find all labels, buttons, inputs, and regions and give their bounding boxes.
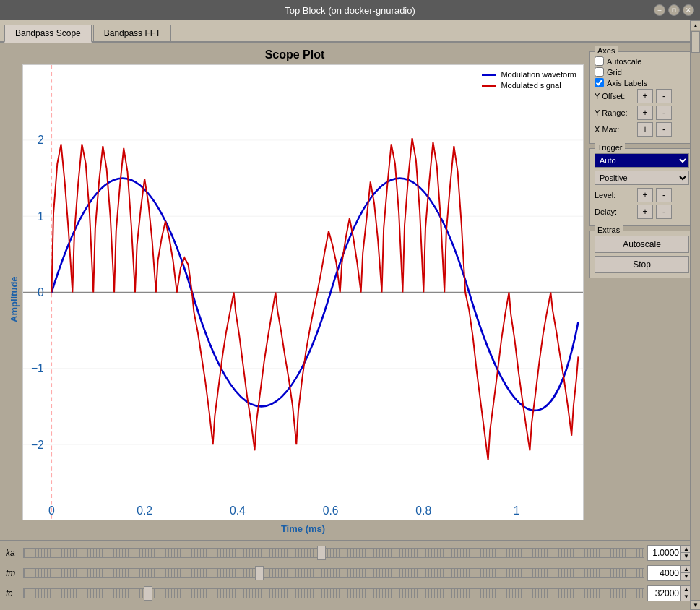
svg-text:0: 0	[48, 504, 55, 517]
scrollbar-right: ▲ ▼	[690, 20, 700, 610]
sliders-area: ka ▲ ▼ fm	[0, 540, 700, 610]
y-offset-plus[interactable]: +	[637, 89, 653, 103]
svg-text:2: 2	[38, 133, 44, 146]
legend-label-modulated: Modulated signal	[501, 81, 561, 90]
tab-bandpass-scope[interactable]: Bandpass Scope	[4, 25, 92, 43]
scroll-up-arrow[interactable]: ▲	[691, 20, 700, 30]
level-row: Level: + -	[595, 188, 689, 202]
stop-button[interactable]: Stop	[595, 256, 689, 273]
ka-track-container	[23, 548, 644, 558]
svg-text:1: 1	[38, 209, 44, 222]
level-plus[interactable]: +	[637, 188, 653, 202]
fm-track-container	[23, 568, 644, 578]
axis-labels-checkbox-row: Axis Labels	[595, 78, 689, 87]
main-content: Bandpass Scope Bandpass FFT Scope Plot A…	[0, 20, 700, 610]
svg-text:0.8: 0.8	[415, 504, 431, 517]
grid-label: Grid	[607, 68, 622, 77]
legend-line-modulated	[482, 85, 496, 87]
extras-panel-title: Extras	[595, 225, 623, 234]
fc-slider-thumb[interactable]	[144, 586, 152, 601]
axes-panel: Axes Autoscale Grid Axis Labels Y Offset…	[589, 51, 694, 144]
axis-labels-checkbox[interactable]	[595, 78, 604, 87]
y-range-plus[interactable]: +	[637, 106, 653, 120]
grid-checkbox[interactable]	[595, 67, 604, 77]
fm-value-input[interactable]	[648, 567, 680, 579]
legend-item-modulation: Modulation waveform	[482, 70, 576, 79]
ka-slider-thumb[interactable]	[317, 546, 326, 560]
x-max-row: X Max: + -	[595, 122, 689, 137]
fc-value-box: ▲ ▼	[647, 585, 694, 601]
fc-slider-track[interactable]	[23, 588, 644, 598]
legend-line-modulation	[482, 74, 496, 76]
ka-value-box: ▲ ▼	[647, 545, 694, 561]
svg-text:1: 1	[514, 504, 520, 517]
svg-text:0.2: 0.2	[137, 504, 152, 517]
y-axis-label: Amplitude	[6, 64, 22, 534]
tab-bandpass-fft[interactable]: Bandpass FFT	[93, 25, 172, 41]
trigger-slope-select[interactable]: Positive Negative	[595, 171, 689, 185]
fc-slider-row: fc ▲ ▼	[6, 585, 694, 601]
autoscale-checkbox-row: Autoscale	[595, 56, 689, 66]
y-range-minus[interactable]: -	[656, 106, 672, 120]
legend-label-modulation: Modulation waveform	[501, 70, 576, 79]
y-range-row: Y Range: + -	[595, 106, 689, 120]
svg-text:0.6: 0.6	[323, 504, 339, 517]
minimize-button[interactable]: –	[654, 4, 665, 16]
plot-title: Scope Plot	[265, 48, 325, 61]
y-offset-label: Y Offset:	[595, 92, 634, 100]
delay-label: Delay:	[595, 207, 634, 216]
plot-area: Scope Plot Amplitude Modulation waveform	[6, 48, 584, 534]
svg-text:−1: −1	[31, 361, 44, 374]
fm-slider-track[interactable]	[23, 568, 644, 578]
fm-slider-row: fm ▲ ▼	[6, 565, 694, 581]
scroll-thumb[interactable]	[691, 31, 700, 53]
x-max-minus[interactable]: -	[656, 122, 672, 137]
delay-row: Delay: + -	[595, 205, 689, 219]
y-offset-row: Y Offset: + -	[595, 89, 689, 103]
x-axis-label: Time (ms)	[22, 523, 584, 534]
svg-text:−2: −2	[31, 437, 44, 450]
window-title: Top Block (on docker-gnuradio)	[285, 5, 415, 16]
legend-item-modulated: Modulated signal	[482, 81, 576, 90]
x-max-plus[interactable]: +	[637, 122, 653, 137]
ka-label: ka	[6, 548, 20, 558]
y-range-label: Y Range:	[595, 108, 634, 117]
plot-container: Scope Plot Amplitude Modulation waveform	[0, 43, 700, 540]
ka-value-input[interactable]	[648, 547, 680, 559]
svg-text:0: 0	[38, 285, 44, 298]
fc-track-container	[23, 588, 644, 598]
scroll-track[interactable]	[691, 30, 700, 600]
legend: Modulation waveform Modulated signal	[482, 70, 576, 92]
delay-minus[interactable]: -	[656, 205, 672, 219]
y-offset-minus[interactable]: -	[656, 89, 672, 103]
fc-label: fc	[6, 588, 20, 598]
ka-slider-track[interactable]	[23, 548, 644, 558]
right-panel: Axes Autoscale Grid Axis Labels Y Offset…	[589, 48, 694, 534]
grid-checkbox-row: Grid	[595, 67, 689, 77]
trigger-panel-title: Trigger	[595, 143, 625, 152]
close-button[interactable]: ✕	[683, 4, 694, 16]
restore-button[interactable]: □	[668, 4, 680, 16]
axes-panel-title: Axes	[595, 46, 618, 55]
trigger-mode-select[interactable]: Auto Normal Free	[595, 153, 689, 168]
autoscale-checkbox[interactable]	[595, 56, 604, 66]
fm-slider-thumb[interactable]	[255, 566, 264, 580]
tab-bar: Bandpass Scope Bandpass FFT	[0, 20, 700, 43]
autoscale-label: Autoscale	[607, 57, 641, 66]
level-minus[interactable]: -	[656, 188, 672, 202]
title-bar: Top Block (on docker-gnuradio) – □ ✕	[0, 0, 700, 20]
scope-plot-svg[interactable]: 0 1 −1 2 −2 0 0.2 0.4 0.6 0.8 1	[22, 64, 584, 520]
window-controls: – □ ✕	[654, 4, 694, 16]
x-max-label: X Max:	[595, 125, 634, 134]
fc-value-input[interactable]	[648, 588, 680, 599]
ka-slider-row: ka ▲ ▼	[6, 545, 694, 561]
autoscale-button[interactable]: Autoscale	[595, 236, 689, 253]
scroll-down-arrow[interactable]: ▼	[691, 600, 700, 610]
plot-inner: Modulation waveform Modulated signal	[22, 64, 584, 534]
extras-panel: Extras Autoscale Stop	[589, 231, 694, 278]
fm-value-box: ▲ ▼	[647, 565, 694, 581]
delay-plus[interactable]: +	[637, 205, 653, 219]
level-label: Level:	[595, 191, 634, 199]
plot-svg-wrap: Modulation waveform Modulated signal	[22, 64, 584, 520]
trigger-panel: Trigger Auto Normal Free Positive Negati…	[589, 148, 694, 226]
